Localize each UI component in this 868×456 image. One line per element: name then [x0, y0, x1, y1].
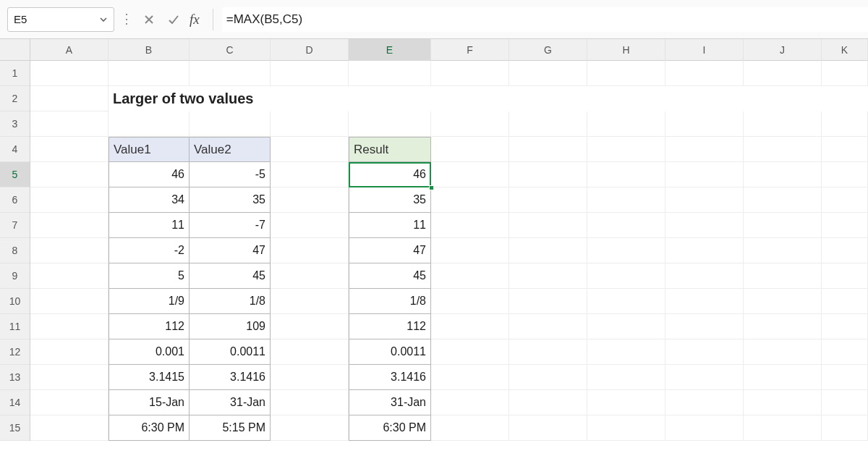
cell-J4[interactable] [744, 137, 822, 162]
cell-D8[interactable] [271, 238, 349, 263]
cell-J10[interactable] [744, 289, 822, 314]
cell-H1[interactable] [587, 61, 665, 86]
cell-G9[interactable] [509, 263, 587, 289]
cell-A15[interactable] [30, 415, 109, 441]
row-header-10[interactable]: 10 [0, 289, 30, 314]
cell-A12[interactable] [30, 339, 109, 365]
cell-C15[interactable]: 5:15 PM [190, 415, 271, 441]
cell-G8[interactable] [509, 238, 587, 263]
cell-H6[interactable] [587, 187, 665, 213]
formula-input[interactable]: =MAX(B5,C5) [222, 7, 868, 32]
cell-C5[interactable]: -5 [190, 162, 271, 187]
cell-F10[interactable] [431, 289, 509, 314]
cell-G4[interactable] [509, 137, 587, 162]
cell-F8[interactable] [431, 238, 509, 263]
row-header-4[interactable]: 4 [0, 137, 30, 162]
header-value1[interactable]: Value1 [109, 137, 190, 162]
row-header-11[interactable]: 11 [0, 314, 30, 339]
name-box[interactable]: E5 [7, 7, 114, 32]
cell-G5[interactable] [509, 162, 587, 187]
cell-F1[interactable] [431, 61, 509, 86]
cell-D9[interactable] [271, 263, 349, 289]
cell-H4[interactable] [587, 137, 665, 162]
cell-G14[interactable] [509, 390, 587, 415]
cell-C1[interactable] [190, 61, 271, 86]
row-header-5[interactable]: 5 [0, 162, 30, 187]
cell-G12[interactable] [509, 339, 587, 365]
cell-I7[interactable] [665, 213, 744, 238]
cell-E5[interactable]: 46 [349, 162, 431, 187]
cell-D3[interactable] [271, 111, 349, 137]
cell-H3[interactable] [587, 111, 665, 137]
cell-J6[interactable] [744, 187, 822, 213]
cell-H14[interactable] [587, 390, 665, 415]
cell-G15[interactable] [509, 415, 587, 441]
cell-K7[interactable] [822, 213, 868, 238]
cell-F11[interactable] [431, 314, 509, 339]
cell-J7[interactable] [744, 213, 822, 238]
cell-A5[interactable] [30, 162, 109, 187]
cell-D6[interactable] [271, 187, 349, 213]
cell-C6[interactable]: 35 [190, 187, 271, 213]
cell-G7[interactable] [509, 213, 587, 238]
cell-F15[interactable] [431, 415, 509, 441]
cell-C11[interactable]: 109 [190, 314, 271, 339]
cell-C13[interactable]: 3.1416 [190, 365, 271, 390]
cell-F7[interactable] [431, 213, 509, 238]
cell-E3[interactable] [349, 111, 431, 137]
cell-F9[interactable] [431, 263, 509, 289]
cell-E12[interactable]: 0.0011 [349, 339, 431, 365]
cell-I8[interactable] [665, 238, 744, 263]
cell-E11[interactable]: 112 [349, 314, 431, 339]
cell-B1[interactable] [109, 61, 190, 86]
cell-D14[interactable] [271, 390, 349, 415]
cell-I6[interactable] [665, 187, 744, 213]
cell-B5[interactable]: 46 [109, 162, 190, 187]
cell-F5[interactable] [431, 162, 509, 187]
cell-B8[interactable]: -2 [109, 238, 190, 263]
cell-A3[interactable] [30, 111, 109, 137]
cell-A6[interactable] [30, 187, 109, 213]
cell-E1[interactable] [349, 61, 431, 86]
cell-E10[interactable]: 1/8 [349, 289, 431, 314]
cell-D12[interactable] [271, 339, 349, 365]
cell-G6[interactable] [509, 187, 587, 213]
cell-J15[interactable] [744, 415, 822, 441]
cell-K12[interactable] [822, 339, 868, 365]
cell-D4[interactable] [271, 137, 349, 162]
cell-A7[interactable] [30, 213, 109, 238]
col-header-D[interactable]: D [271, 39, 349, 61]
cell-D5[interactable] [271, 162, 349, 187]
cell-C8[interactable]: 47 [190, 238, 271, 263]
cancel-icon[interactable] [140, 11, 158, 28]
cell-G13[interactable] [509, 365, 587, 390]
row-header-1[interactable]: 1 [0, 61, 30, 86]
cell-B14[interactable]: 15-Jan [109, 390, 190, 415]
cell-H10[interactable] [587, 289, 665, 314]
cell-G11[interactable] [509, 314, 587, 339]
col-header-G[interactable]: G [509, 39, 587, 61]
cell-H12[interactable] [587, 339, 665, 365]
cell-H15[interactable] [587, 415, 665, 441]
cell-F13[interactable] [431, 365, 509, 390]
cell-E6[interactable]: 35 [349, 187, 431, 213]
cell-C9[interactable]: 45 [190, 263, 271, 289]
row-header-14[interactable]: 14 [0, 390, 30, 415]
cell-H13[interactable] [587, 365, 665, 390]
cell-B11[interactable]: 112 [109, 314, 190, 339]
cell-A14[interactable] [30, 390, 109, 415]
col-header-C[interactable]: C [190, 39, 271, 61]
cell-I10[interactable] [665, 289, 744, 314]
header-result[interactable]: Result [349, 137, 431, 162]
cell-I4[interactable] [665, 137, 744, 162]
header-value2[interactable]: Value2 [190, 137, 271, 162]
cell-H7[interactable] [587, 213, 665, 238]
col-header-J[interactable]: J [744, 39, 822, 61]
cell-J1[interactable] [744, 61, 822, 86]
cell-A4[interactable] [30, 137, 109, 162]
cell-G10[interactable] [509, 289, 587, 314]
cell-B12[interactable]: 0.001 [109, 339, 190, 365]
cell-K1[interactable] [822, 61, 868, 86]
cell-J13[interactable] [744, 365, 822, 390]
cell-D7[interactable] [271, 213, 349, 238]
